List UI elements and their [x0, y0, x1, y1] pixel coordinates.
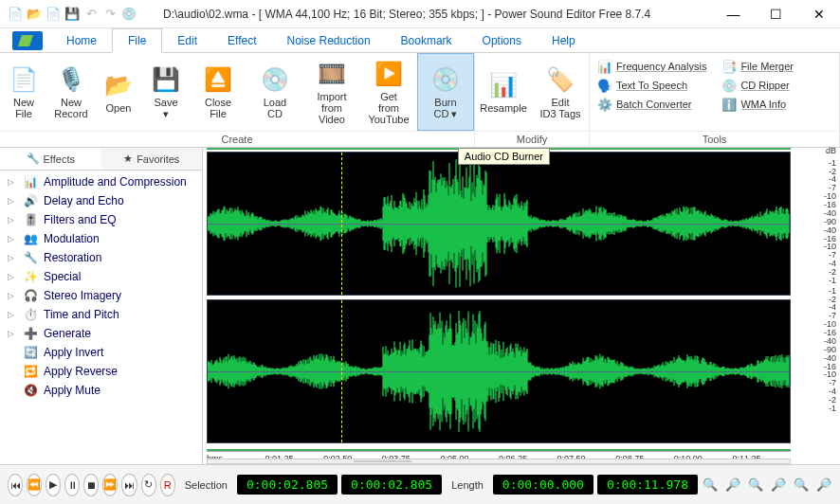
zoom-out-icon[interactable]: 🔎 — [724, 477, 741, 494]
menu-help[interactable]: Help — [537, 28, 591, 52]
new-record-icon: 🎙️ — [56, 64, 86, 95]
ribbon-group-modify: 📊Resample🏷️EditID3 Tags Modify — [475, 53, 590, 147]
selection-start: 0:00:02.805 — [237, 475, 338, 495]
close-file-icon: ⏏️ — [203, 64, 233, 95]
menu-bookmark[interactable]: Bookmark — [386, 28, 467, 52]
zoom-sel-icon[interactable]: 🔎 — [770, 477, 787, 494]
wma-info-icon: ℹ️ — [721, 97, 737, 112]
youtube-button[interactable]: ▶️Getfrom YouTube — [360, 53, 417, 131]
menubar: HomeFileEditEffectNoise ReductionBookmar… — [0, 28, 840, 53]
save-icon[interactable]: 💾 — [64, 7, 80, 22]
effect-generate[interactable]: ▷➕Generate — [0, 324, 202, 343]
maximize-button[interactable]: ☐ — [755, 0, 797, 28]
resample-icon: 📊 — [488, 70, 519, 100]
ribbon-group-create: 📄NewFile🎙️NewRecord📂Open💾Save▾⏏️CloseFil… — [0, 53, 475, 147]
load-cd-button[interactable]: 💿LoadCD — [247, 53, 303, 131]
zoom-reset-icon[interactable]: 🔎 — [815, 477, 832, 494]
menu-options[interactable]: Options — [467, 28, 537, 52]
length-start: 0:00:00.000 — [493, 475, 593, 495]
selection-label: Selection — [179, 479, 233, 491]
tab-effects[interactable]: 🔧Effects — [0, 148, 101, 170]
close-button[interactable]: ✕ — [797, 0, 840, 28]
effect-apply-invert[interactable]: 🔄Apply Invert — [0, 343, 202, 362]
resample-button[interactable]: 📊Resample — [475, 53, 532, 131]
tab-favorites[interactable]: ★Favorites — [101, 148, 203, 170]
new-file-icon: 📄 — [9, 64, 39, 95]
save-button[interactable]: 💾Save▾ — [142, 53, 190, 131]
zoom-in-icon[interactable]: 🔍 — [702, 477, 719, 494]
minimize-button[interactable]: — — [712, 0, 755, 28]
effect-apply-reverse[interactable]: 🔁Apply Reverse — [0, 362, 202, 381]
new-icon[interactable]: 📄 — [8, 7, 23, 22]
ribbon-group-tools: 📊Frequency Analysis🗣️Text To Speech⚙️Bat… — [590, 53, 840, 147]
pause-button[interactable]: ⏸ — [64, 474, 80, 496]
effect-filters-and-eq[interactable]: ▷🎚️Filters and EQ — [0, 210, 202, 229]
menu-file[interactable]: File — [112, 28, 162, 53]
selection-end: 0:00:02.805 — [341, 475, 442, 495]
menu-noise-reduction[interactable]: Noise Reduction — [272, 28, 386, 52]
cd-ripper-icon: 💿 — [721, 78, 737, 93]
sidebar-tabs: 🔧Effects ★Favorites — [0, 148, 202, 171]
close-file-button[interactable]: ⏏️CloseFile — [190, 53, 247, 131]
cd-icon[interactable]: 💿 — [121, 7, 137, 22]
import-video-button[interactable]: 🎞️Importfrom Video — [303, 53, 360, 131]
stop-button[interactable]: ⏹ — [83, 474, 99, 496]
effect-modulation[interactable]: ▷👥Modulation — [0, 229, 202, 248]
effect-amplitude-and-compression[interactable]: ▷📊Amplitude and Compression — [0, 172, 202, 191]
main-area: 🔧Effects ★Favorites ▷📊Amplitude and Comp… — [0, 148, 840, 464]
waveform-right-channel[interactable] — [207, 299, 791, 443]
ribbon-group-label: Modify — [475, 131, 589, 147]
go-end-button[interactable]: ⏭ — [121, 474, 137, 496]
open-icon: 📂 — [103, 70, 134, 100]
loop-button[interactable]: ↻ — [141, 474, 156, 496]
burn-cd-button[interactable]: 💿BurnCD ▾ — [417, 53, 474, 131]
effect-apply-mute[interactable]: 🔇Apply Mute — [0, 381, 202, 400]
effect-stereo-imagery[interactable]: ▷🎧Stereo Imagery — [0, 286, 202, 305]
menu-effect[interactable]: Effect — [212, 28, 271, 52]
play-button[interactable]: ▶ — [46, 474, 61, 496]
rewind-button[interactable]: ⏪ — [27, 474, 42, 496]
redo-icon[interactable]: ↷ — [102, 7, 118, 22]
zoom-controls: 🔍 🔎 🔍 🔎 🔍 🔎 — [702, 477, 832, 494]
effect-time-and-pitch[interactable]: ▷⏱️Time and Pitch — [0, 305, 202, 324]
open-button[interactable]: 📂Open — [95, 53, 142, 131]
forward-button[interactable]: ⏩ — [102, 474, 118, 496]
text-to-speech-button[interactable]: 🗣️Text To Speech — [590, 76, 714, 95]
new-file-button[interactable]: 📄NewFile — [0, 53, 47, 131]
import-video-icon: 🎞️ — [317, 59, 347, 89]
go-start-button[interactable]: ⏮ — [8, 474, 23, 496]
effects-list: ▷📊Amplitude and Compression▷🔊Delay and E… — [0, 171, 202, 464]
frequency-analysis-button[interactable]: 📊Frequency Analysis — [590, 57, 714, 76]
waveform-area: Audio CD Burner hms0:01.250:02.500:03.75… — [203, 148, 840, 464]
waveform-left-channel[interactable] — [207, 152, 791, 296]
cd-ripper-button[interactable]: 💿CD Ripper — [714, 76, 801, 95]
new-record-button[interactable]: 🎙️NewRecord — [47, 53, 95, 131]
effect-delay-and-echo[interactable]: ▷🔊Delay and Echo — [0, 191, 202, 210]
zoom-fit-icon[interactable]: 🔍 — [747, 477, 764, 494]
record-icon[interactable]: 📄 — [46, 7, 61, 22]
time-axis: hms0:01.250:02.500:03.750:05.000:06.250:… — [207, 451, 791, 459]
effect-restoration[interactable]: ▷🔧Restoration — [0, 248, 202, 267]
menu-home[interactable]: Home — [51, 28, 112, 52]
effect-special[interactable]: ▷✨Special — [0, 267, 202, 286]
statusbar: ⏮ ⏪ ▶ ⏸ ⏹ ⏩ ⏭ ↻ R Selection 0:00:02.805 … — [0, 464, 840, 504]
batch-converter-button[interactable]: ⚙️Batch Converter — [590, 95, 714, 114]
open-icon[interactable]: 📂 — [27, 7, 42, 22]
app-logo[interactable] — [4, 28, 51, 52]
db-scale: dB -1-2-4-7-10-16-40-90-40-16-10-7-4-2-1… — [794, 155, 840, 411]
file-merger-button[interactable]: 📑File Merger — [714, 57, 801, 76]
batch-converter-icon: ⚙️ — [597, 97, 612, 112]
ribbon-group-label: Create — [0, 131, 474, 147]
save-icon: 💾 — [151, 64, 181, 95]
ribbon-group-label: Tools — [590, 131, 839, 147]
horizontal-scrollbar[interactable] — [207, 459, 791, 464]
wma-info-button[interactable]: ℹ️WMA Info — [714, 95, 801, 114]
text-to-speech-icon: 🗣️ — [597, 78, 612, 93]
record-button[interactable]: R — [160, 474, 175, 496]
youtube-icon: ▶️ — [374, 59, 404, 89]
titlebar: 📄 📂 📄 💾 ↶ ↷ 💿 D:\audio\02.wma - [ WMA 44… — [0, 0, 840, 28]
zoom-vert-icon[interactable]: 🔍 — [793, 477, 810, 494]
undo-icon[interactable]: ↶ — [83, 7, 99, 22]
menu-edit[interactable]: Edit — [162, 28, 212, 52]
edit-id3-button[interactable]: 🏷️EditID3 Tags — [532, 53, 589, 131]
